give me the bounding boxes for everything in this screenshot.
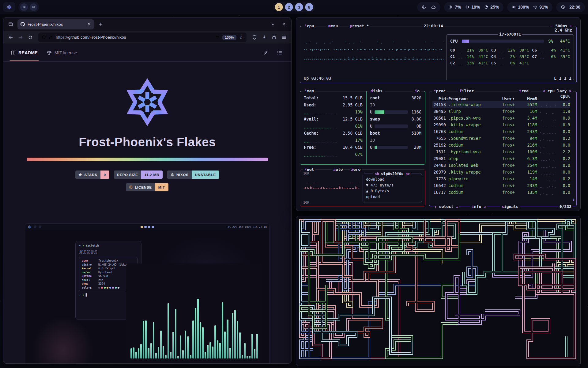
menu-button[interactable]: menu: [327, 24, 339, 28]
process-row[interactable]: 29081btopfros+6.3M⢀⣀⡀⠄⢀⢀⢀0.2: [432, 155, 570, 162]
app-menu-button[interactable]: [280, 33, 288, 42]
window-close-button[interactable]: [280, 20, 288, 29]
audio-bar: [244, 343, 246, 358]
audio-network-widget[interactable]: 100% 91%: [507, 2, 552, 12]
audio-bar: [256, 334, 258, 358]
new-tab-button[interactable]: [96, 20, 105, 29]
process-row[interactable]: 25192codiumfros+216M⡀⣀⠀⠀⠀⠀⢀0.0: [432, 142, 570, 148]
audio-bar: [170, 352, 172, 358]
net-scale-top: 10K: [303, 171, 309, 175]
statusbar-modules: 7% 19% 25% 100% 91% 22:00: [417, 2, 585, 12]
proc-box-title[interactable]: ⁴proc: [432, 89, 447, 93]
firefox-view-button[interactable]: [6, 20, 15, 29]
zoom-level-badge[interactable]: 130%: [222, 35, 236, 40]
tracking-shield-icon[interactable]: [42, 35, 46, 40]
workspace-button-2[interactable]: 2: [285, 3, 293, 11]
disk-row-root: root382G: [370, 94, 421, 102]
audio-bar: [214, 325, 216, 358]
process-row[interactable]: 1511.Hyprland-wrafros+100M⠄⡀⢀⡀⣀⠀⢀2.2: [432, 148, 570, 155]
process-row[interactable]: 16717codiumfros+135M⡀⠄⣀⠀⡀⠀⠄0.0: [432, 189, 570, 196]
io-mode-toggle[interactable]: io: [413, 89, 421, 93]
edit-readme-button[interactable]: [261, 48, 270, 57]
process-row[interactable]: 38495slurpfros+16M⠄⠀⡀⠀⣀⢀⠄1.9: [432, 108, 570, 115]
disk-usage: 25%: [490, 5, 499, 10]
audio-bar: [222, 302, 223, 358]
preset-button[interactable]: preset *: [349, 24, 370, 28]
clock-widget[interactable]: 22:00: [556, 2, 585, 12]
weather-widget[interactable]: [417, 2, 440, 12]
audio-bar: [237, 321, 238, 358]
upload-rate: ▲ 0 Byte/s: [366, 188, 419, 194]
reload-button[interactable]: [26, 33, 35, 42]
process-row[interactable]: 24153.firefox-wrapfros+552M⢀⠀⠄⢀⠀⠄⠀0.0: [432, 101, 570, 108]
proc-tree-toggle[interactable]: tree: [518, 89, 530, 93]
palette-dot: [101, 287, 103, 289]
process-row[interactable]: 16763codiumfros+243M⠄⣀⢀⣀⡀⡀⣀0.0: [432, 128, 570, 135]
mem-box-title[interactable]: ²mem: [303, 89, 315, 93]
proc-filter-button[interactable]: filter: [458, 89, 475, 93]
tab-close-icon[interactable]: [87, 22, 91, 26]
cpu-box-title[interactable]: ¹cpu: [303, 24, 315, 28]
workspace-button-8[interactable]: 8: [305, 3, 313, 11]
audio-bar: [251, 334, 253, 358]
info-hint[interactable]: info ↵: [470, 204, 487, 209]
scale-icon: [47, 50, 52, 55]
audio-bar: [133, 347, 134, 358]
copyright-icon: ©: [129, 185, 133, 190]
process-row[interactable]: 16642codiumfros+233M⣀⠀⢀⠄⠄⣀⣀0.0: [432, 182, 570, 189]
cpu-core-c4: C4⡀⡀2%39°C: [491, 53, 529, 60]
outline-button[interactable]: [275, 48, 284, 57]
downloads-button[interactable]: [260, 33, 269, 42]
net-box-title[interactable]: ³net: [303, 167, 315, 172]
disks-box-title[interactable]: disks: [369, 89, 384, 93]
media-previous-button[interactable]: [20, 3, 28, 11]
forward-button[interactable]: [16, 33, 25, 42]
process-row[interactable]: 29090.kitty-wrappefros+118M⠀⡀⡀⠀⡀⡀⠀0.9: [432, 121, 570, 128]
net-zero-toggle[interactable]: zero: [350, 167, 362, 172]
nixos-launcher-button[interactable]: [3, 2, 15, 12]
process-row[interactable]: 1728pipewirefros+14M⠀⠀⢀⡀⢀⡀⡀0.2: [432, 175, 570, 182]
audio-bar: [195, 308, 196, 358]
reader-view-icon[interactable]: [215, 35, 220, 40]
net-interface-title[interactable]: <b wlp0s20f0u n>: [373, 171, 411, 177]
badge-label: NIXOS: [167, 171, 192, 179]
audio-bar: [148, 348, 149, 358]
audio-bar: [135, 352, 137, 358]
tab-mit-license[interactable]: MIT license: [47, 44, 77, 61]
star-icon: ★: [78, 173, 82, 177]
uptime-readout: up 03:46:03: [304, 76, 331, 81]
badge-row-secondary: ©LICENSEMIT: [126, 183, 168, 191]
proc-sort-control[interactable]: < cpu lazy >: [541, 89, 573, 93]
url-bar[interactable]: https://github.com/Frost-Phoenix/nixos 1…: [38, 33, 247, 42]
browser-tab[interactable]: Frost-Phoenix/nixos: [17, 19, 94, 29]
clock-time: 22:00: [569, 5, 580, 10]
audio-bar: [130, 348, 132, 358]
download-icon: [262, 35, 267, 40]
select-hint[interactable]: ↑ select ↓: [433, 204, 459, 209]
btop-window: ¹cpu menu preset * 22:00:14 - 500ms + ⠠⠐…: [296, 17, 581, 211]
tab-readme[interactable]: README: [11, 44, 38, 61]
workspace-button-3[interactable]: 3: [295, 3, 303, 11]
mini-workspace-dot: [148, 226, 150, 228]
workspace-button-1[interactable]: 1: [275, 3, 283, 11]
process-row[interactable]: 7655.SoundWireSerfros+94M⡀⠄⢀⣀⣀⢀⠀0.2: [432, 135, 570, 142]
process-row[interactable]: 30681.pipes.sh-wrafros+3.4M⢀⠀⠀⠀⢀⣀⠀0.9: [432, 115, 570, 121]
back-button[interactable]: [6, 33, 15, 42]
memory-stats: Total:15.5 GiBUsed:2.95 GiB⣀⣀⣀⣀⣀⣀⣀⣀⣀⣀⣀19…: [304, 94, 363, 158]
audio-bar: [153, 322, 154, 358]
media-next-button[interactable]: [30, 3, 37, 11]
audio-bar: [197, 299, 199, 358]
disk-row-boot: boot510M: [370, 130, 421, 137]
tab-overview-button[interactable]: [269, 20, 277, 29]
system-stats-widget[interactable]: 7% 19% 25%: [444, 2, 503, 12]
audio-bar: [254, 349, 255, 358]
process-row[interactable]: 28979.kitty-wrappefros+119M⢀⢀⣀⣀⢀⢀⠀0.0: [432, 169, 570, 175]
extensions-button[interactable]: [270, 33, 278, 42]
bookmark-star-icon[interactable]: ☆: [239, 35, 243, 40]
scroll-down-indicator[interactable]: ↓: [572, 197, 575, 202]
net-auto-toggle[interactable]: auto: [332, 167, 344, 172]
process-row[interactable]: 24403Isolated Webfros+254M⢀⣀⣀⠄⣀⣀⣀0.0: [432, 162, 570, 169]
fetch-label-de-wm: de/wm: [82, 271, 96, 274]
signals-hint[interactable]: signals: [500, 204, 520, 209]
extension-shield-button[interactable]: [250, 33, 259, 42]
